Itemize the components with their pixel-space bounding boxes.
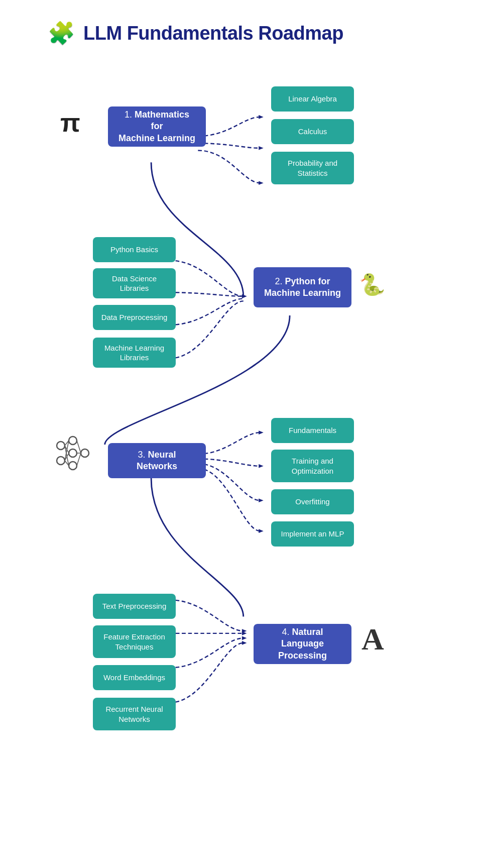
svg-marker-3 [242,294,247,298]
sub-node-probability[interactable]: Probability andStatistics [271,152,354,184]
sub-node-implement-mlp[interactable]: Implement an MLP [271,521,354,547]
node-number: 1. [125,110,135,120]
svg-marker-7 [259,498,264,502]
svg-point-14 [57,457,65,465]
main-node-python[interactable]: 2. Python forMachine Learning [254,267,351,307]
svg-line-27 [77,453,81,466]
node-number: 2. [275,276,285,286]
sub-node-data-science-libs[interactable]: Data ScienceLibraries [93,268,176,298]
sub-node-rnn[interactable]: Recurrent NeuralNetworks [93,698,176,730]
svg-marker-5 [259,430,264,435]
header-icon: 🧩 [48,20,75,46]
page-title: LLM Fundamentals Roadmap [83,23,343,44]
page-header: 🧩 LLM Fundamentals Roadmap [43,20,439,46]
sub-node-data-preprocessing[interactable]: Data Preprocessing [93,305,176,330]
svg-marker-2 [259,181,264,185]
svg-marker-10 [242,631,247,635]
main-node-nn[interactable]: 3. Neural Networks [108,443,206,478]
nlp-decorator: A [362,621,384,657]
sub-node-fundamentals[interactable]: Fundamentals [271,418,354,443]
main-node-nlp[interactable]: 4. Natural LanguageProcessing [254,624,351,664]
node-number: 4. [282,627,292,637]
svg-point-15 [69,437,77,445]
sub-node-calculus[interactable]: Calculus [271,119,354,144]
svg-line-25 [77,441,81,453]
node-number: 3. [138,450,148,460]
sub-node-linear-algebra[interactable]: Linear Algebra [271,86,354,112]
nn-decorator [52,433,92,473]
sub-node-ml-libraries[interactable]: Machine LearningLibraries [93,338,176,368]
svg-marker-0 [259,115,264,119]
svg-point-13 [57,442,65,450]
sub-node-word-embeddings[interactable]: Word Embeddings [93,665,176,690]
svg-marker-8 [259,529,264,533]
sub-node-python-basics[interactable]: Python Basics [93,237,176,262]
sub-node-feature-extraction[interactable]: Feature ExtractionTechniques [93,625,176,658]
svg-point-16 [69,449,77,457]
main-node-math[interactable]: 1. Mathematics forMachine Learning [108,106,206,147]
svg-marker-9 [242,629,247,633]
svg-marker-6 [259,464,264,468]
svg-point-18 [81,449,89,457]
svg-marker-4 [242,294,247,298]
connection-lines [43,76,439,868]
sub-node-training-optimization[interactable]: Training andOptimization [271,450,354,482]
roadmap-diagram: π 1. Mathematics forMachine Learning Lin… [43,76,439,868]
svg-marker-12 [242,641,247,645]
python-decorator: 🐍 [359,272,385,297]
svg-marker-1 [259,146,264,150]
sub-node-overfitting[interactable]: Overfitting [271,489,354,514]
math-decorator: π [60,107,80,138]
svg-marker-11 [242,636,247,640]
sub-node-text-preprocessing[interactable]: Text Preprocessing [93,594,176,619]
svg-point-17 [69,462,77,470]
